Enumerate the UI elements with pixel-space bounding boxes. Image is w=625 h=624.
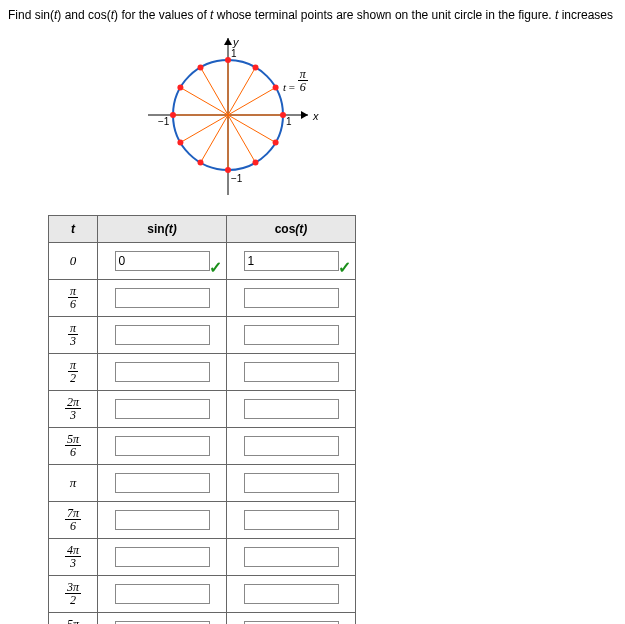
table-row: π6 — [49, 280, 356, 317]
svg-line-12 — [180, 115, 228, 143]
t-value: 3π2 — [49, 576, 98, 613]
sin-cell — [98, 317, 227, 354]
sin-cell — [98, 428, 227, 465]
cos-input[interactable] — [244, 473, 339, 493]
cos-input[interactable] — [244, 436, 339, 456]
svg-line-10 — [180, 88, 228, 116]
table-row: 5π3 — [49, 613, 356, 625]
svg-point-23 — [170, 112, 176, 118]
sin-input[interactable] — [115, 436, 210, 456]
sin-input[interactable] — [115, 547, 210, 567]
sin-input[interactable] — [115, 251, 210, 271]
sin-cell: ✓ — [98, 243, 227, 280]
svg-text:−1: −1 — [158, 116, 170, 127]
t-value: 4π3 — [49, 539, 98, 576]
sin-cell — [98, 354, 227, 391]
cos-input[interactable] — [244, 547, 339, 567]
cos-cell — [227, 280, 356, 317]
svg-point-27 — [253, 160, 259, 166]
svg-line-9 — [201, 67, 229, 115]
header-cos: cos(t) — [227, 216, 356, 243]
cos-input[interactable] — [244, 584, 339, 604]
sin-cell — [98, 391, 227, 428]
table-row: 0✓✓ — [49, 243, 356, 280]
cos-input[interactable] — [244, 325, 339, 345]
sin-input[interactable] — [115, 473, 210, 493]
table-row: 2π3 — [49, 391, 356, 428]
unit-circle-figure: y x 1 1 −1 −1 t = π6 — [128, 30, 328, 200]
cos-cell — [227, 428, 356, 465]
t-value: π2 — [49, 354, 98, 391]
sin-input[interactable] — [115, 288, 210, 308]
sin-cell — [98, 502, 227, 539]
cos-cell — [227, 465, 356, 502]
t-value: 2π3 — [49, 391, 98, 428]
cos-input[interactable] — [244, 362, 339, 382]
svg-marker-1 — [301, 111, 308, 119]
check-icon: ✓ — [209, 258, 222, 277]
cos-cell — [227, 502, 356, 539]
svg-point-18 — [273, 85, 279, 91]
cos-cell — [227, 539, 356, 576]
t-value: π — [49, 465, 98, 502]
table-row: 5π6 — [49, 428, 356, 465]
svg-marker-3 — [224, 38, 232, 45]
cos-cell — [227, 576, 356, 613]
svg-point-24 — [177, 140, 183, 146]
svg-line-15 — [228, 115, 256, 163]
svg-point-21 — [198, 64, 204, 70]
angle-annotation: t = π6 — [283, 68, 308, 93]
sin-input[interactable] — [115, 325, 210, 345]
t-value: 5π6 — [49, 428, 98, 465]
check-icon: ✓ — [338, 258, 351, 277]
cos-cell — [227, 317, 356, 354]
svg-line-6 — [228, 88, 276, 116]
header-sin: sin(t) — [98, 216, 227, 243]
trig-table: t sin(t) cos(t) 0✓✓π6π3π22π35π6π7π64π33π… — [48, 215, 356, 624]
svg-point-22 — [177, 85, 183, 91]
cos-cell: ✓ — [227, 243, 356, 280]
svg-line-16 — [228, 115, 276, 143]
problem-instruction: Find sin(t) and cos(t) for the values of… — [8, 8, 617, 22]
t-value: π3 — [49, 317, 98, 354]
svg-point-25 — [198, 160, 204, 166]
sin-input[interactable] — [115, 362, 210, 382]
t-value: 7π6 — [49, 502, 98, 539]
svg-point-28 — [273, 140, 279, 146]
cos-input[interactable] — [244, 288, 339, 308]
axis-y-label: y — [232, 36, 240, 48]
t-value: π6 — [49, 280, 98, 317]
table-row: π — [49, 465, 356, 502]
sin-cell — [98, 613, 227, 625]
cos-cell — [227, 354, 356, 391]
sin-cell — [98, 539, 227, 576]
table-row: 7π6 — [49, 502, 356, 539]
table-row: π3 — [49, 317, 356, 354]
t-value: 5π3 — [49, 613, 98, 625]
t-value: 0 — [49, 243, 98, 280]
cos-input[interactable] — [244, 510, 339, 530]
sin-input[interactable] — [115, 510, 210, 530]
svg-text:1: 1 — [231, 48, 237, 59]
table-row: 4π3 — [49, 539, 356, 576]
cos-cell — [227, 391, 356, 428]
cos-cell — [227, 613, 356, 625]
cos-input[interactable] — [244, 399, 339, 419]
sin-input[interactable] — [115, 399, 210, 419]
sin-cell — [98, 465, 227, 502]
axis-x-label: x — [312, 110, 319, 122]
sin-input[interactable] — [115, 584, 210, 604]
svg-line-13 — [201, 115, 229, 163]
svg-line-7 — [228, 67, 256, 115]
sin-cell — [98, 280, 227, 317]
table-row: π2 — [49, 354, 356, 391]
svg-text:−1: −1 — [231, 173, 243, 184]
sin-cell — [98, 576, 227, 613]
svg-text:1: 1 — [286, 116, 292, 127]
header-t: t — [49, 216, 98, 243]
table-row: 3π2 — [49, 576, 356, 613]
svg-point-19 — [253, 64, 259, 70]
cos-input[interactable] — [244, 251, 339, 271]
